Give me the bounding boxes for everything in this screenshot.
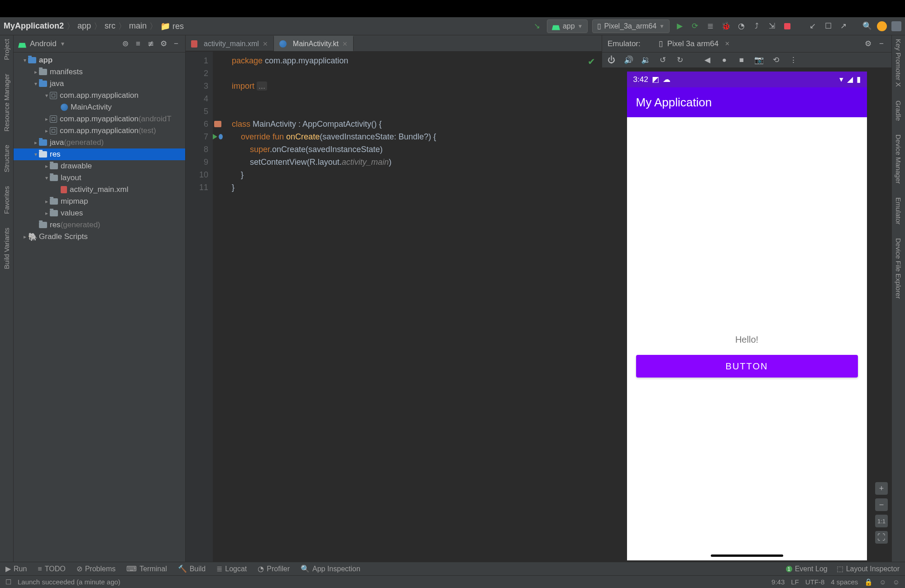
- line-ending[interactable]: LF: [791, 578, 799, 586]
- tree-row[interactable]: res (generated): [14, 219, 185, 231]
- bottom-tab-logcat[interactable]: ≣Logcat: [216, 564, 247, 573]
- tree-twisty[interactable]: ▸: [43, 198, 50, 205]
- code-content[interactable]: ✔ package com.app.myapplicationimport ..…: [213, 52, 602, 562]
- chevron-down-icon[interactable]: ▼: [60, 41, 66, 47]
- editor-tab[interactable]: MainActivity.kt✕: [274, 36, 354, 51]
- code-line[interactable]: }: [232, 181, 602, 194]
- tool-tab-device-file-explorer[interactable]: Device File Explorer: [895, 238, 902, 299]
- tree-twisty[interactable]: ▾: [33, 151, 39, 158]
- code-line[interactable]: import ...: [232, 80, 602, 92]
- bottom-tab-run[interactable]: ▶Run: [5, 564, 27, 573]
- tree-twisty[interactable]: ▸: [43, 116, 50, 122]
- tool-tab-device-manager[interactable]: Device Manager: [895, 134, 902, 184]
- code-line[interactable]: [232, 67, 602, 80]
- tree-row[interactable]: ▸com.app.myapplication (androidT: [14, 113, 185, 125]
- search-icon[interactable]: 🔍: [862, 21, 872, 32]
- nav-handle[interactable]: [711, 555, 783, 557]
- no-problems-icon[interactable]: ✔: [588, 55, 595, 68]
- tree-row[interactable]: ▾res: [14, 148, 185, 160]
- attach-profiler-icon[interactable]: ⤴: [751, 21, 762, 32]
- back-icon[interactable]: ◀: [702, 55, 713, 66]
- tool-tab-build-variants[interactable]: Build Variants: [3, 228, 10, 269]
- line-number[interactable]: 3: [186, 80, 208, 92]
- line-number[interactable]: 8: [186, 143, 208, 156]
- ide-status-icon[interactable]: ☺: [893, 578, 900, 586]
- tree-row[interactable]: ▾com.app.myapplication: [14, 90, 185, 101]
- code-line[interactable]: super.onCreate(savedInstanceState): [232, 143, 602, 156]
- tree-twisty[interactable]: ▸: [43, 128, 50, 134]
- power-icon[interactable]: ⏻: [606, 55, 617, 66]
- expand-all-icon[interactable]: ≡: [134, 39, 143, 48]
- screenshot-icon[interactable]: 📷: [753, 55, 764, 66]
- breadcrumb-item[interactable]: app: [77, 21, 91, 31]
- code-line[interactable]: [232, 92, 602, 105]
- zoom-fit-icon[interactable]: 1:1: [875, 515, 888, 527]
- coverage-icon[interactable]: ≣: [705, 21, 716, 32]
- bottom-tab-build[interactable]: 🔨Build: [178, 564, 206, 573]
- tool-tab-resource-manager[interactable]: Resource Manager: [3, 74, 10, 132]
- indent[interactable]: 4 spaces: [831, 578, 858, 586]
- tool-tab-favorites[interactable]: Favorites: [3, 186, 10, 214]
- attach-debugger-icon[interactable]: ⇲: [766, 21, 777, 32]
- tree-twisty[interactable]: ▸: [33, 69, 39, 75]
- run-icon[interactable]: ▶: [674, 21, 685, 32]
- bottom-tab-layout-inspector[interactable]: ⬚Layout Inspector: [837, 564, 900, 573]
- tree-row[interactable]: activity_main.xml: [14, 184, 185, 196]
- line-number[interactable]: 4: [186, 92, 208, 105]
- gear-icon[interactable]: ⚙: [159, 39, 168, 48]
- collapse-all-icon[interactable]: ≢: [146, 39, 155, 48]
- run-config-selector[interactable]: app ▼: [547, 19, 588, 33]
- tree-row[interactable]: ▸mipmap: [14, 196, 185, 207]
- line-number[interactable]: 10: [186, 168, 208, 181]
- bottom-tab-app-inspection[interactable]: 🔍App Inspection: [301, 564, 360, 573]
- git-update-icon[interactable]: ↙: [807, 21, 818, 32]
- tree-twisty[interactable]: ▸: [33, 139, 39, 146]
- bottom-tab-problems[interactable]: ⊘Problems: [77, 564, 116, 573]
- rotate-left-icon[interactable]: ↺: [657, 55, 668, 66]
- tree-row[interactable]: ▸java (generated): [14, 137, 185, 148]
- lock-icon[interactable]: 🔒: [864, 578, 873, 586]
- close-icon[interactable]: ✕: [725, 40, 730, 47]
- code-line[interactable]: class MainActivity : AppCompatActivity()…: [232, 118, 602, 130]
- hide-panel-icon[interactable]: −: [172, 39, 181, 48]
- tree-row[interactable]: ▸🐘Gradle Scripts: [14, 231, 185, 243]
- tree-row[interactable]: ▸values: [14, 207, 185, 219]
- select-opened-file-icon[interactable]: ⊚: [121, 39, 130, 48]
- tree-twisty[interactable]: ▾: [33, 81, 39, 87]
- tree-twisty[interactable]: ▸: [43, 163, 50, 169]
- emulator-device-tab[interactable]: Pixel 3a arm64: [667, 39, 718, 48]
- profiler-icon[interactable]: ◔: [736, 21, 747, 32]
- tool-tab-structure[interactable]: Structure: [3, 145, 10, 172]
- line-number[interactable]: 7: [186, 130, 208, 143]
- line-number[interactable]: 2: [186, 67, 208, 80]
- tree-twisty[interactable]: ▾: [43, 175, 50, 181]
- bottom-tab-todo[interactable]: ≡TODO: [38, 565, 65, 573]
- tool-tab-project[interactable]: Project: [3, 39, 10, 60]
- device-frame[interactable]: 3:42 ◩ ☁ ▾ ◢ ▮ My Application Hello! BUT…: [627, 72, 867, 560]
- overview-icon[interactable]: ■: [736, 55, 747, 66]
- project-tree[interactable]: ▾app▸manifests▾java▾com.app.myapplicatio…: [14, 53, 185, 562]
- snapshot-icon[interactable]: ⟲: [771, 55, 781, 66]
- user-avatar[interactable]: [877, 21, 887, 31]
- breadcrumb-item[interactable]: 📁 res: [160, 21, 184, 31]
- ide-errors-icon[interactable]: [891, 21, 901, 31]
- tree-row[interactable]: ▾layout: [14, 172, 185, 184]
- sync-icon[interactable]: ↘: [532, 21, 542, 32]
- zoom-in-icon[interactable]: +: [875, 482, 888, 495]
- breadcrumb-item[interactable]: src: [105, 21, 115, 31]
- more-icon[interactable]: ⋮: [788, 55, 799, 66]
- stop-icon[interactable]: [782, 21, 793, 32]
- material-button[interactable]: BUTTON: [636, 355, 858, 378]
- tree-twisty[interactable]: ▾: [43, 92, 50, 99]
- code-line[interactable]: }: [232, 168, 602, 181]
- bottom-tab-profiler[interactable]: ◔Profiler: [258, 564, 290, 573]
- tree-row[interactable]: ▾app: [14, 54, 185, 66]
- hide-panel-icon[interactable]: −: [877, 39, 886, 48]
- zoom-out-icon[interactable]: −: [875, 498, 888, 511]
- tree-row[interactable]: ▸drawable: [14, 160, 185, 172]
- close-icon[interactable]: ✕: [342, 40, 348, 48]
- bottom-tab-event-log[interactable]: 1Event Log: [786, 565, 828, 573]
- line-number[interactable]: 9: [186, 156, 208, 168]
- code-line[interactable]: package com.app.myapplication: [232, 54, 602, 67]
- tree-row[interactable]: MainActivity: [14, 101, 185, 113]
